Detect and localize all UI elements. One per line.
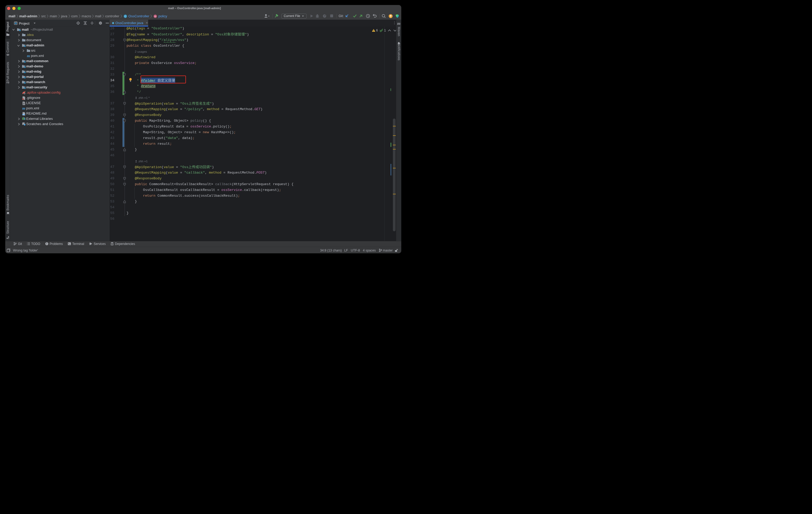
svg-text:MD: MD <box>23 114 25 115</box>
svg-text:m: m <box>154 15 156 17</box>
svg-text:C: C <box>124 15 126 17</box>
svg-text:C: C <box>112 22 113 24</box>
